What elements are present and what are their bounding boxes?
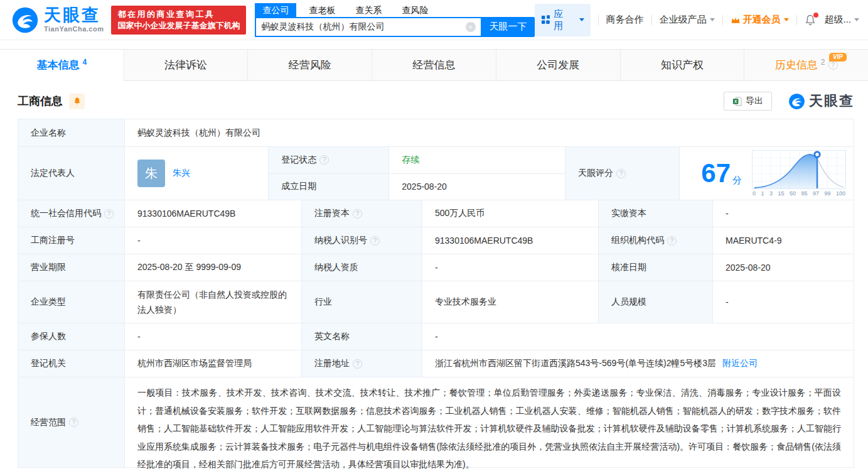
status-date-subgrid: 登记状态? 存续 成立日期 2025-08-20 — [269, 147, 565, 200]
company-type-value: 有限责任公司（非自然人投资或控股的法人独资） — [125, 281, 302, 323]
reg-capital-value: 500万人民币 — [422, 200, 599, 227]
field-label: 经营范围? — [18, 377, 125, 467]
field-label: 英文名称 — [302, 323, 422, 350]
divider — [796, 15, 797, 25]
company-section-tabs: 基本信息4 法律诉讼 经营风险 经营信息 公司发展 知识产权 VIP 历史信息2… — [0, 49, 868, 81]
bell-icon — [73, 97, 82, 106]
notification-bell[interactable] — [804, 14, 817, 26]
export-button[interactable]: X 导出 — [724, 92, 772, 111]
monitor-bell-button[interactable] — [69, 94, 85, 109]
nearby-companies-link[interactable]: 附近公司 — [722, 358, 758, 369]
search-tab-relation[interactable]: 查关系 — [348, 3, 389, 17]
search-button[interactable]: 天眼一下 — [482, 17, 535, 37]
notification-badge — [813, 13, 818, 18]
score-axis-ticks: 01 315 5085 9799 100 — [752, 190, 846, 197]
field-label: 人员规模 — [599, 281, 713, 323]
avatar[interactable]: 朱 — [137, 160, 165, 187]
help-icon[interactable]: ? — [828, 60, 838, 70]
business-info-section-head: 工商信息 X 导出 天眼查 — [0, 81, 868, 119]
field-label: 组织机构代码? — [599, 227, 713, 254]
svg-text:X: X — [734, 99, 737, 103]
table-row: 营业期限 2025-08-20 至 9999-09-09 纳税人资质 - 核准日… — [18, 254, 854, 281]
brand-slogan: 都在用的商业查询工具 国家中小企业发展子基金旗下机构 — [111, 6, 246, 35]
industry-value: 专业技术服务业 — [422, 281, 599, 323]
tab-basic-info[interactable]: 基本信息4 — [0, 50, 124, 80]
field-label: 核准日期 — [599, 254, 713, 281]
approval-date-value: 2025-08-20 — [713, 254, 854, 281]
menu-membership[interactable]: 开通会员 — [731, 14, 789, 26]
table-row: 统一社会信用代码? 91330106MAERUTC49B 注册资本? 500万人… — [18, 200, 854, 227]
apps-menu[interactable]: 应用 — [535, 4, 591, 36]
taxpayer-qualification-value: - — [422, 254, 599, 281]
divider — [722, 15, 723, 25]
divider — [651, 15, 652, 25]
reg-number-value: - — [125, 227, 302, 254]
help-icon[interactable]: ? — [667, 236, 677, 246]
help-icon[interactable]: ? — [353, 209, 362, 219]
tab-business-info[interactable]: 经营信息 — [372, 50, 496, 80]
staff-size-value: - — [713, 281, 854, 323]
reg-authority-value: 杭州市西湖区市场监督管理局 — [125, 350, 302, 377]
tab-operating-risk[interactable]: 经营风险 — [248, 50, 372, 80]
table-row: 参保人数 - 英文名称 - — [18, 323, 854, 350]
logo-eye-icon — [788, 93, 805, 110]
help-icon[interactable]: ? — [104, 209, 114, 219]
clear-search-icon[interactable]: × — [466, 22, 476, 32]
tab-history-info[interactable]: VIP 历史信息2 ? — [744, 50, 868, 80]
search-tab-boss[interactable]: 查老板 — [301, 3, 343, 17]
org-code-value: MAERUTC4-9 — [713, 227, 854, 254]
watermark-logo: 天眼查 — [788, 92, 854, 111]
reg-address-cell: 浙江省杭州市西湖区留下街道西溪路543号-569号(单号连续)2幢5号楼3层 附… — [422, 350, 854, 377]
field-label: 统一社会信用代码? — [18, 200, 125, 227]
help-icon[interactable]: ? — [370, 236, 380, 246]
tianyancha-logo[interactable]: 天眼查 TianYanCha.com — [11, 6, 104, 34]
table-row: 工商注册号 - 纳税人识别号? 91330106MAERUTC49B 组织机构代… — [18, 227, 854, 254]
help-icon[interactable]: ? — [69, 418, 78, 427]
chevron-down-icon — [710, 18, 715, 21]
chevron-down-icon — [579, 18, 584, 21]
excel-icon: X — [732, 97, 742, 106]
search-type-tabs: 查公司 查老板 查关系 查风险 — [255, 3, 534, 17]
menu-cooperation[interactable]: 商务合作 — [606, 14, 644, 26]
help-icon[interactable]: ? — [319, 155, 329, 165]
field-label: 纳税人识别号? — [302, 227, 422, 254]
legal-rep-cell: 朱 朱兴 — [125, 147, 269, 200]
section-title: 工商信息 — [18, 94, 63, 109]
field-label: 法定代表人 — [18, 147, 125, 200]
menu-super-vip[interactable]: 超级... — [824, 14, 859, 26]
vip-badge: VIP — [829, 53, 847, 62]
legal-rep-link[interactable]: 朱兴 — [173, 168, 190, 179]
table-row: 企业类型 有限责任公司（非自然人投资或控股的法人独资） 行业 专业技术服务业 人… — [18, 281, 854, 323]
chevron-down-icon — [784, 18, 789, 21]
chevron-down-icon — [854, 18, 859, 21]
field-label: 登记状态? — [269, 147, 389, 173]
crown-icon — [731, 16, 741, 24]
tab-intellectual-property[interactable]: 知识产权 — [621, 50, 745, 80]
paid-capital-value: - — [713, 200, 854, 227]
search-input[interactable] — [256, 22, 465, 32]
menu-enterprise[interactable]: 企业级产品 — [660, 14, 715, 26]
help-icon[interactable]: ? — [616, 169, 626, 178]
credit-code-value: 91330106MAERUTC49B — [125, 200, 302, 227]
table-row: 登记机关 杭州市西湖区市场监督管理局 注册地址? 浙江省杭州市西湖区留下街道西溪… — [18, 350, 854, 377]
divider — [598, 15, 599, 25]
search-tab-company[interactable]: 查公司 — [255, 3, 296, 17]
table-row: 企业名称 蚂蚁灵波科技（杭州）有限公司 — [18, 119, 854, 147]
grid-apps-icon — [541, 15, 550, 24]
field-label: 实缴资本 — [599, 200, 713, 227]
search-tab-risk[interactable]: 查风险 — [394, 3, 436, 17]
insured-count-value: - — [125, 323, 302, 350]
business-registration-table: 企业名称 蚂蚁灵波科技（杭州）有限公司 法定代表人 朱 朱兴 登记状态? 存续 … — [18, 119, 854, 468]
help-icon[interactable]: ? — [353, 359, 362, 369]
tab-legal-proceedings[interactable]: 法律诉讼 — [124, 50, 249, 80]
tab-company-development[interactable]: 公司发展 — [496, 50, 621, 80]
field-label: 成立日期 — [269, 174, 389, 200]
score-unit: 分 — [732, 175, 742, 187]
reg-address-value: 浙江省杭州市西湖区留下街道西溪路543号-569号(单号连续)2幢5号楼3层 — [435, 358, 716, 369]
table-row: 法定代表人 朱 朱兴 登记状态? 存续 成立日期 2025-08-20 天眼评分… — [18, 147, 854, 200]
field-label: 天眼评分? — [565, 147, 680, 200]
establish-date-value: 2025-08-20 — [389, 174, 565, 200]
field-label: 参保人数 — [18, 323, 125, 350]
field-label: 企业名称 — [18, 119, 125, 146]
logo-domain: TianYanCha.com — [44, 26, 104, 33]
